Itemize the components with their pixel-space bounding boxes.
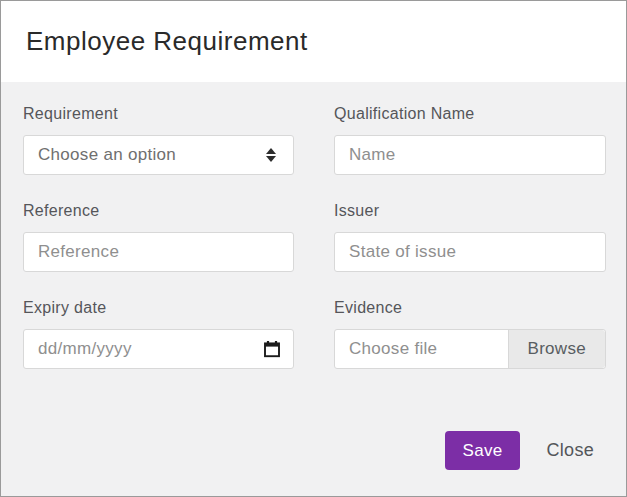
evidence-label: Evidence xyxy=(334,299,606,316)
expiry-date-label: Expiry date xyxy=(23,299,294,316)
form-grid: Requirement Choose an option Qualificati… xyxy=(23,105,606,369)
requirement-select[interactable]: Choose an option xyxy=(23,135,294,175)
employee-requirement-modal: Employee Requirement Requirement Choose … xyxy=(0,0,627,497)
field-reference: Reference xyxy=(23,202,294,272)
calendar-icon[interactable] xyxy=(263,340,281,358)
expiry-date-input[interactable] xyxy=(23,329,294,369)
reference-input[interactable] xyxy=(23,232,294,272)
modal-title: Employee Requirement xyxy=(26,26,308,57)
qualification-name-input[interactable] xyxy=(334,135,606,175)
issuer-input[interactable] xyxy=(334,232,606,272)
expiry-date-wrap xyxy=(23,329,294,369)
modal-body: Requirement Choose an option Qualificati… xyxy=(1,82,626,496)
modal-footer: Save Close xyxy=(23,431,606,470)
chevron-updown-icon xyxy=(266,148,276,162)
field-issuer: Issuer xyxy=(334,202,606,272)
field-expiry-date: Expiry date xyxy=(23,299,294,369)
field-evidence: Evidence Choose file Browse xyxy=(334,299,606,369)
file-input-text: Choose file xyxy=(335,330,508,368)
modal-header: Employee Requirement xyxy=(1,1,626,82)
close-button[interactable]: Close xyxy=(534,431,606,470)
reference-label: Reference xyxy=(23,202,294,219)
requirement-select-value: Choose an option xyxy=(38,145,176,165)
field-requirement: Requirement Choose an option xyxy=(23,105,294,175)
requirement-label: Requirement xyxy=(23,105,294,122)
field-qualification-name: Qualification Name xyxy=(334,105,606,175)
browse-button[interactable]: Browse xyxy=(508,330,606,368)
evidence-file-input[interactable]: Choose file Browse xyxy=(334,329,606,369)
save-button[interactable]: Save xyxy=(445,431,521,470)
issuer-label: Issuer xyxy=(334,202,606,219)
qualification-name-label: Qualification Name xyxy=(334,105,606,122)
